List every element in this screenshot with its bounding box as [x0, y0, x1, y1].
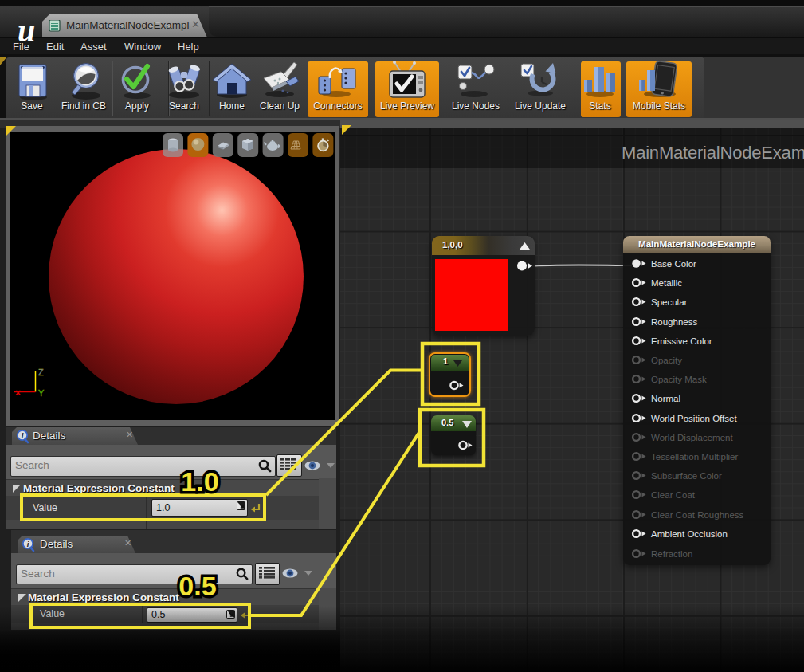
svg-text:1.0: 1.0: [181, 466, 218, 497]
svg-text:0.5: 0.5: [178, 571, 216, 601]
